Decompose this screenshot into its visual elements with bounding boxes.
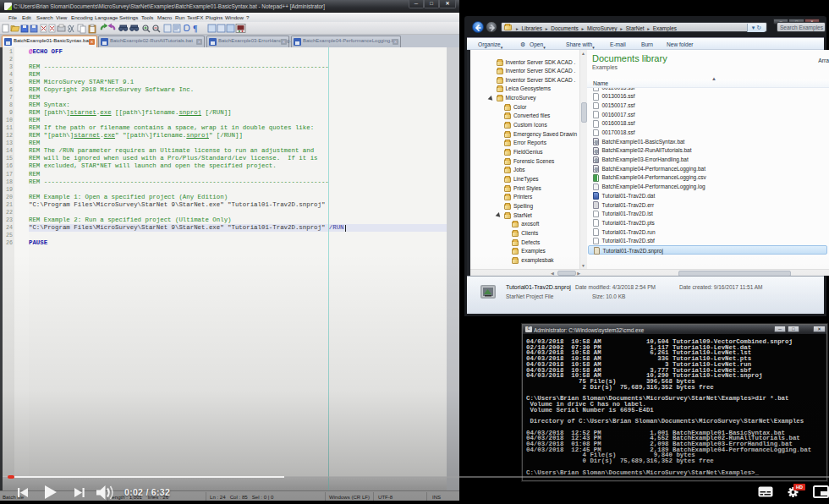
svg-text:¶: ¶: [193, 24, 197, 33]
